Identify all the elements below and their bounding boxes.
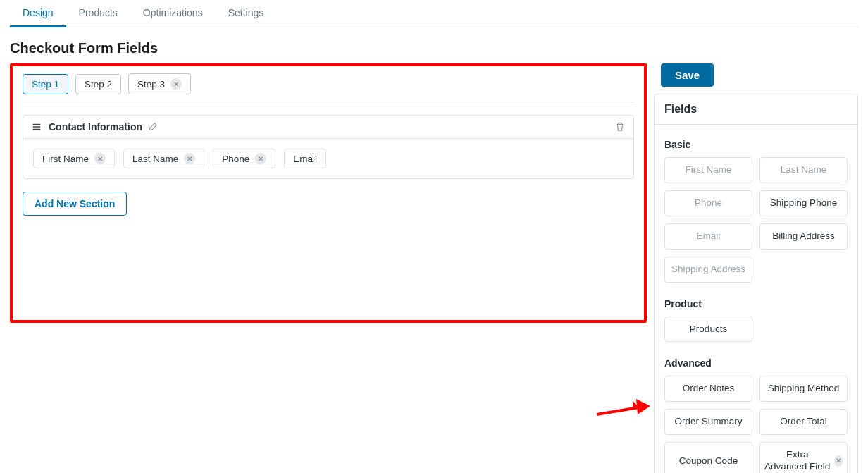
field-item-last-name[interactable]: Last Name <box>760 157 848 183</box>
section-card: Contact Information First Name ✕ Last Na… <box>23 115 634 179</box>
field-chip-label: First Name <box>42 154 89 164</box>
field-chip-phone[interactable]: Phone ✕ <box>213 149 275 168</box>
step-tab-label: Step 2 <box>85 79 112 90</box>
field-item-products[interactable]: Products <box>664 317 752 343</box>
field-chip-label: Phone <box>222 154 249 164</box>
step-tab-2[interactable]: Step 2 <box>75 74 121 94</box>
drag-handle-icon[interactable] <box>32 122 42 132</box>
group-title-product: Product <box>664 298 848 309</box>
field-chip-email[interactable]: Email <box>284 149 326 168</box>
close-icon[interactable]: ✕ <box>170 78 182 90</box>
field-chip-last-name[interactable]: Last Name ✕ <box>123 149 204 168</box>
close-icon[interactable]: ✕ <box>834 455 843 467</box>
field-item-label: Extra Advanced Field <box>764 449 830 473</box>
section-title: Contact Information <box>49 121 142 133</box>
field-item-order-summary[interactable]: Order Summary <box>664 409 752 435</box>
save-button[interactable]: Save <box>661 63 714 87</box>
field-item-email[interactable]: Email <box>664 223 752 250</box>
top-tab-optimizations[interactable]: Optimizations <box>130 0 216 27</box>
page-title: Checkout Form Fields <box>10 40 858 56</box>
close-icon[interactable]: ✕ <box>255 153 266 164</box>
field-item-extra-advanced[interactable]: Extra Advanced Field ✕ <box>760 442 848 473</box>
top-tab-design[interactable]: Design <box>10 0 66 27</box>
field-item-coupon-code[interactable]: Coupon Code <box>664 442 752 473</box>
field-chip-label: Last Name <box>132 154 178 164</box>
step-tab-label: Step 3 <box>137 79 165 90</box>
field-item-order-total[interactable]: Order Total <box>760 409 848 435</box>
fields-sidebar: Fields Basic First Name Last Name Phone … <box>654 94 858 473</box>
close-icon[interactable]: ✕ <box>184 153 195 164</box>
field-item-first-name[interactable]: First Name <box>664 157 752 183</box>
field-item-order-notes[interactable]: Order Notes <box>664 376 752 402</box>
top-tab-products[interactable]: Products <box>66 0 130 27</box>
group-title-basic: Basic <box>664 139 848 150</box>
sidebar-title: Fields <box>655 94 857 125</box>
step-tabs: Step 1 Step 2 Step 3 ✕ <box>23 73 634 102</box>
field-item-shipping-phone[interactable]: Shipping Phone <box>760 190 848 216</box>
top-tabs: Design Products Optimizations Settings <box>10 0 858 27</box>
add-new-section-button[interactable]: Add New Section <box>23 192 127 216</box>
svg-line-0 <box>597 407 639 414</box>
step-tab-label: Step 1 <box>32 79 59 90</box>
editor-area: Step 1 Step 2 Step 3 ✕ Contact Informati… <box>10 63 647 323</box>
field-item-billing-address[interactable]: Billing Address <box>760 223 848 250</box>
group-title-advanced: Advanced <box>664 357 848 369</box>
annotation-arrow-icon <box>594 398 650 423</box>
field-item-shipping-address[interactable]: Shipping Address <box>664 257 752 283</box>
step-tab-3[interactable]: Step 3 ✕ <box>128 73 191 94</box>
step-tab-1[interactable]: Step 1 <box>23 74 68 94</box>
trash-icon[interactable] <box>615 122 625 132</box>
field-item-shipping-method[interactable]: Shipping Method <box>760 376 848 402</box>
pencil-icon[interactable] <box>148 122 158 132</box>
field-item-phone[interactable]: Phone <box>664 190 752 216</box>
field-chip-label: Email <box>293 154 317 164</box>
top-tab-settings[interactable]: Settings <box>216 0 277 27</box>
close-icon[interactable]: ✕ <box>94 153 106 164</box>
svg-marker-2 <box>636 399 650 414</box>
field-chip-first-name[interactable]: First Name ✕ <box>33 149 115 168</box>
